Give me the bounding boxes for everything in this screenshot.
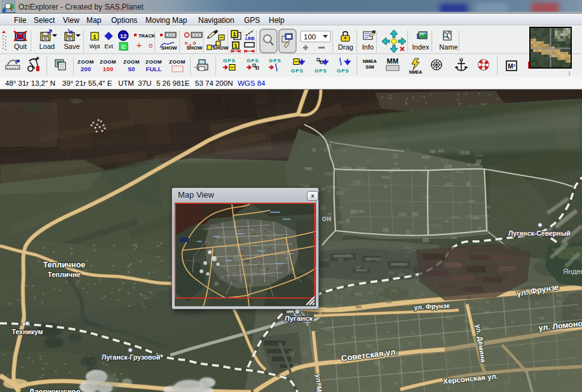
svg-text:o: o [149, 41, 152, 49]
svg-text:Evt: Evt [104, 43, 113, 50]
svg-text:Wpt: Wpt [90, 43, 100, 50]
svg-text:100: 100 [304, 33, 316, 41]
svg-text:Name: Name [439, 43, 457, 51]
svg-text:ZOOM: ZOOM [123, 59, 140, 65]
svg-text:Яндекс: Яндекс [563, 267, 582, 275]
svg-text:NMEA: NMEA [363, 58, 377, 64]
svg-text:FULL: FULL [146, 65, 161, 72]
svg-text:ZOOM: ZOOM [78, 59, 94, 65]
svg-text:Info: Info [362, 43, 374, 51]
svg-text:SHOW: SHOW [187, 45, 203, 51]
svg-text:он: он [321, 214, 331, 223]
svg-text:C: C [121, 44, 126, 50]
svg-text:TRACK: TRACK [139, 33, 156, 39]
svg-text:LINE: LINE [245, 36, 255, 41]
svg-text:M²: M² [508, 63, 515, 70]
svg-text:Дзержинское: Дзержинское [29, 388, 80, 392]
svg-text:Quit: Quit [14, 43, 27, 50]
svg-text:GPS: GPS [337, 68, 349, 74]
svg-text:GPS: GPS [315, 68, 327, 74]
svg-text:Луганск-Грузовой: Луганск-Грузовой [102, 353, 160, 361]
svg-text:GPS: GPS [223, 58, 236, 64]
svg-text:100: 100 [103, 65, 114, 72]
svg-text:ZOOM: ZOOM [100, 59, 116, 65]
svg-text:1: 1 [234, 43, 237, 49]
svg-text:GPS: GPS [247, 58, 259, 64]
svg-text:GPS: GPS [269, 58, 281, 64]
svg-text:NMEA: NMEA [409, 70, 423, 74]
svg-text:ул. М: ул. М [315, 374, 323, 392]
svg-text:Луганск: Луганск [285, 314, 313, 322]
svg-text:SHOW: SHOW [161, 45, 177, 51]
svg-text:Drag: Drag [338, 43, 353, 51]
svg-text:Техникум: Техникум [12, 328, 43, 335]
svg-text:SHOW: SHOW [213, 45, 229, 51]
svg-text:Save: Save [64, 43, 79, 50]
svg-text:Index: Index [412, 43, 430, 51]
svg-text:Тепличное: Тепличное [43, 260, 86, 269]
svg-text:1: 1 [233, 31, 236, 37]
svg-text:Луганск-Северный: Луганск-Северный [508, 229, 571, 237]
svg-text:50: 50 [128, 65, 135, 72]
svg-text:SIM: SIM [365, 64, 374, 70]
svg-text:Load: Load [39, 43, 55, 50]
svg-text:ZOOM: ZOOM [169, 59, 186, 65]
svg-text:1: 1 [93, 34, 96, 40]
svg-text:MM: MM [387, 57, 398, 65]
svg-text:ZOOM: ZOOM [146, 59, 162, 65]
svg-text:12: 12 [120, 32, 127, 39]
svg-text:Тепличне: Тепличне [48, 271, 81, 278]
svg-text:+: + [137, 39, 142, 50]
svg-text:GPS: GPS [291, 68, 304, 74]
svg-text:200: 200 [81, 65, 91, 72]
